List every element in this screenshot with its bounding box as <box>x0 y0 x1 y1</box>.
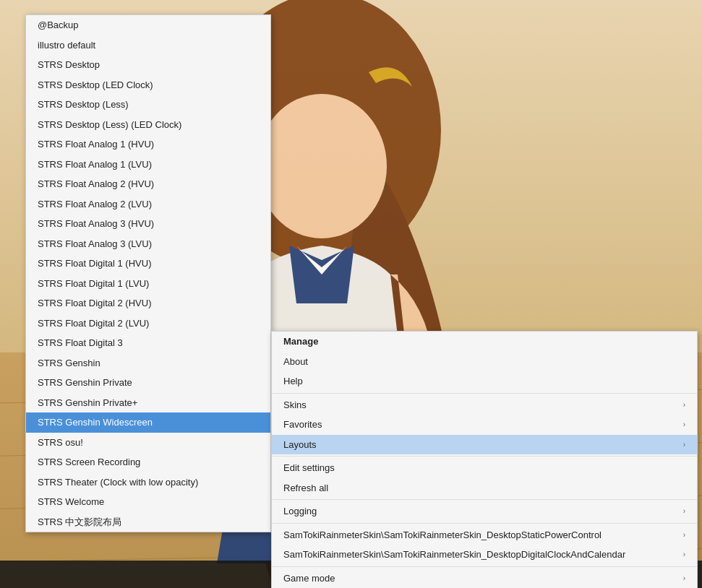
skin-item-17[interactable]: STRS Genshin <box>26 353 270 373</box>
context-item-11[interactable]: Game mode› <box>272 568 697 589</box>
context-item-3[interactable]: Skins› <box>272 395 697 415</box>
context-menu-right[interactable]: ManageAboutHelpSkins›Favorites›Layouts›E… <box>271 331 698 588</box>
skin-item-5[interactable]: STRS Desktop (Less) (LED Clock) <box>26 115 270 135</box>
skin-item-18[interactable]: STRS Genshin Private <box>26 373 270 393</box>
submenu-arrow-icon-5: › <box>683 439 685 450</box>
submenu-arrow-icon-8: › <box>683 506 685 516</box>
skin-item-10[interactable]: STRS Float Analog 3 (HVU) <box>26 214 270 234</box>
menu-divider-10 <box>272 566 697 567</box>
submenu-arrow-icon-11: › <box>683 573 685 584</box>
context-item-label-3: Skins <box>283 398 307 412</box>
context-item-2[interactable]: Help <box>272 371 697 392</box>
context-item-5[interactable]: Layouts› <box>272 435 697 455</box>
skin-item-7[interactable]: STRS Float Analog 1 (LVU) <box>26 155 270 175</box>
menu-divider-8 <box>272 523 697 524</box>
skin-item-25[interactable]: STRS 中文影院布局 <box>26 512 270 532</box>
skin-item-22[interactable]: STRS Screen Recording <box>26 452 270 472</box>
skin-item-1[interactable]: illustro default <box>26 35 270 56</box>
skin-item-21[interactable]: STRS osu! <box>26 433 270 453</box>
skin-item-2[interactable]: STRS Desktop <box>26 55 270 75</box>
context-item-label-7: Refresh all <box>283 481 328 496</box>
menu-divider-2 <box>272 393 697 394</box>
skin-item-6[interactable]: STRS Float Analog 1 (HVU) <box>26 134 270 155</box>
skin-item-0[interactable]: @Backup <box>26 15 270 35</box>
context-item-label-9: SamTokiRainmeterSkin\SamTokiRainmeterSki… <box>283 528 602 542</box>
skin-item-12[interactable]: STRS Float Digital 1 (HVU) <box>26 254 270 274</box>
svg-point-5 <box>257 94 387 238</box>
context-item-0[interactable]: Manage <box>272 332 697 352</box>
skin-item-3[interactable]: STRS Desktop (LED Clock) <box>26 75 270 95</box>
skin-item-24[interactable]: STRS Welcome <box>26 492 270 512</box>
skin-item-13[interactable]: STRS Float Digital 1 (LVU) <box>26 274 270 294</box>
skin-item-11[interactable]: STRS Float Analog 3 (LVU) <box>26 234 270 254</box>
context-item-9[interactable]: SamTokiRainmeterSkin\SamTokiRainmeterSki… <box>272 525 697 545</box>
context-item-6[interactable]: Edit settings <box>272 458 697 478</box>
context-item-label-11: Game mode <box>283 571 335 586</box>
context-item-label-4: Favorites <box>283 418 322 432</box>
skin-item-20[interactable]: STRS Genshin Widescreen <box>26 412 270 433</box>
skin-item-8[interactable]: STRS Float Analog 2 (HVU) <box>26 174 270 194</box>
context-item-8[interactable]: Logging› <box>272 501 697 522</box>
submenu-arrow-icon-10: › <box>683 549 685 560</box>
skin-item-15[interactable]: STRS Float Digital 2 (LVU) <box>26 314 270 334</box>
context-item-label-5: Layouts <box>283 438 317 452</box>
context-item-1[interactable]: About <box>272 352 697 372</box>
context-item-label-8: Logging <box>283 504 317 519</box>
skin-list-menu[interactable]: @Backupillustro defaultSTRS DesktopSTRS … <box>25 14 271 532</box>
menu-divider-7 <box>272 499 697 500</box>
context-item-label-10: SamTokiRainmeterSkin\SamTokiRainmeterSki… <box>283 548 625 562</box>
context-item-label-0: Manage <box>283 334 318 349</box>
context-item-label-6: Edit settings <box>283 461 335 475</box>
skin-item-9[interactable]: STRS Float Analog 2 (LVU) <box>26 194 270 215</box>
skin-item-16[interactable]: STRS Float Digital 3 <box>26 333 270 353</box>
skin-item-23[interactable]: STRS Theater (Clock with low opacity) <box>26 472 270 493</box>
context-item-4[interactable]: Favorites› <box>272 415 697 435</box>
context-item-10[interactable]: SamTokiRainmeterSkin\SamTokiRainmeterSki… <box>272 545 697 565</box>
skin-item-4[interactable]: STRS Desktop (Less) <box>26 95 270 115</box>
submenu-arrow-icon-9: › <box>683 529 685 540</box>
context-item-label-2: Help <box>283 374 303 389</box>
menu-divider-5 <box>272 456 697 457</box>
context-item-label-1: About <box>283 355 308 369</box>
submenu-arrow-icon-4: › <box>683 419 685 430</box>
context-item-7[interactable]: Refresh all <box>272 478 697 498</box>
submenu-arrow-icon-3: › <box>683 399 685 410</box>
skin-item-19[interactable]: STRS Genshin Private+ <box>26 393 270 413</box>
skin-item-14[interactable]: STRS Float Digital 2 (HVU) <box>26 293 270 314</box>
